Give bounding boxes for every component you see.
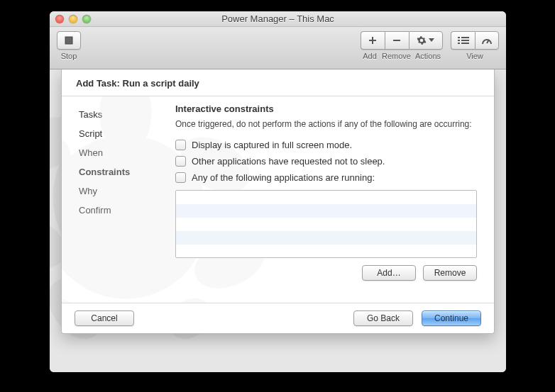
sidebar-item-why[interactable]: Why xyxy=(79,181,168,201)
list-row xyxy=(176,218,476,231)
toolbar-view-group: View xyxy=(451,31,499,60)
remove-caption: Remove xyxy=(382,52,411,60)
check-label-apps: Any of the following applications are ru… xyxy=(192,172,375,183)
chevron-down-icon xyxy=(429,38,434,43)
sheet-title: Add Task: Run a script daily xyxy=(62,69,494,96)
continue-button[interactable]: Continue xyxy=(422,310,481,326)
remove-event-button[interactable] xyxy=(385,31,409,50)
pane-heading: Interactive constraints xyxy=(175,103,477,114)
window-title: Power Manager – This Mac xyxy=(50,13,506,24)
list-row xyxy=(176,231,476,245)
checkbox-nosleep[interactable] xyxy=(175,156,186,167)
svg-rect-1 xyxy=(393,40,400,41)
stop-label: Stop xyxy=(61,52,77,60)
svg-rect-6 xyxy=(458,43,460,44)
content-area: Add Task: Run a script daily Tasks Scrip… xyxy=(50,69,506,372)
window-close-button[interactable] xyxy=(55,15,64,23)
minus-icon xyxy=(392,36,401,45)
check-row-apps: Any of the following applications are ru… xyxy=(175,169,477,186)
sidebar-item-script[interactable]: Script xyxy=(79,124,168,143)
actions-button[interactable] xyxy=(409,31,443,50)
check-row-nosleep: Other applications have requested not to… xyxy=(175,153,477,169)
list-row xyxy=(176,204,476,218)
add-caption: Add xyxy=(358,52,382,60)
svg-rect-2 xyxy=(458,37,460,38)
view-caption: View xyxy=(466,52,483,60)
toolbar-stop-group: Stop xyxy=(57,31,81,60)
titlebar: Power Manager – This Mac xyxy=(50,11,506,27)
sidebar-item-confirm[interactable]: Confirm xyxy=(79,201,168,220)
check-label-nosleep: Other applications have requested not to… xyxy=(192,156,385,167)
list-icon xyxy=(458,36,469,45)
traffic-lights xyxy=(50,15,91,23)
actions-caption: Actions xyxy=(411,52,445,60)
add-event-button[interactable] xyxy=(361,31,385,50)
constraints-pane: Interactive constraints Once triggered, … xyxy=(168,96,494,303)
checkbox-fullscreen[interactable] xyxy=(175,140,186,150)
sidebar-item-constraints[interactable]: Constraints xyxy=(79,162,168,181)
task-sheet: Add Task: Run a script daily Tasks Scrip… xyxy=(61,69,495,334)
svg-rect-5 xyxy=(461,40,469,41)
svg-rect-3 xyxy=(461,37,469,38)
check-label-fullscreen: Display is captured in full screen mode. xyxy=(192,140,352,150)
go-back-button[interactable]: Go Back xyxy=(353,310,413,326)
remove-app-button[interactable]: Remove xyxy=(423,265,477,281)
window-zoom-button[interactable] xyxy=(82,15,91,23)
plus-icon xyxy=(368,36,377,45)
stop-button[interactable] xyxy=(57,31,81,50)
stop-icon xyxy=(65,36,73,45)
add-app-button[interactable]: Add… xyxy=(362,265,416,281)
sidebar-item-tasks[interactable]: Tasks xyxy=(79,105,168,124)
toolbar-arq-group: Add Remove Actions xyxy=(358,31,445,60)
list-row xyxy=(176,191,476,204)
view-list-button[interactable] xyxy=(451,31,475,50)
window-minimize-button[interactable] xyxy=(69,15,77,23)
svg-rect-0 xyxy=(65,37,72,44)
app-window: Power Manager – This Mac Stop xyxy=(50,11,506,372)
svg-rect-4 xyxy=(458,40,460,41)
sheet-sidebar: Tasks Script When Constraints Why Confir… xyxy=(62,96,168,303)
toolbar: Stop Add Remove Actions xyxy=(50,27,506,69)
gauge-icon xyxy=(481,36,493,45)
svg-rect-7 xyxy=(461,43,469,44)
check-row-fullscreen: Display is captured in full screen mode. xyxy=(175,137,477,153)
gear-icon xyxy=(417,35,427,45)
pane-description: Once triggered, do not perform the actio… xyxy=(175,118,477,130)
sheet-footer: Cancel Go Back Continue xyxy=(62,303,494,333)
cancel-button[interactable]: Cancel xyxy=(75,310,134,326)
list-row xyxy=(176,245,476,258)
applications-list[interactable] xyxy=(175,190,477,258)
checkbox-apps[interactable] xyxy=(175,172,186,183)
sidebar-item-when[interactable]: When xyxy=(79,143,168,162)
view-gauge-button[interactable] xyxy=(475,31,499,50)
